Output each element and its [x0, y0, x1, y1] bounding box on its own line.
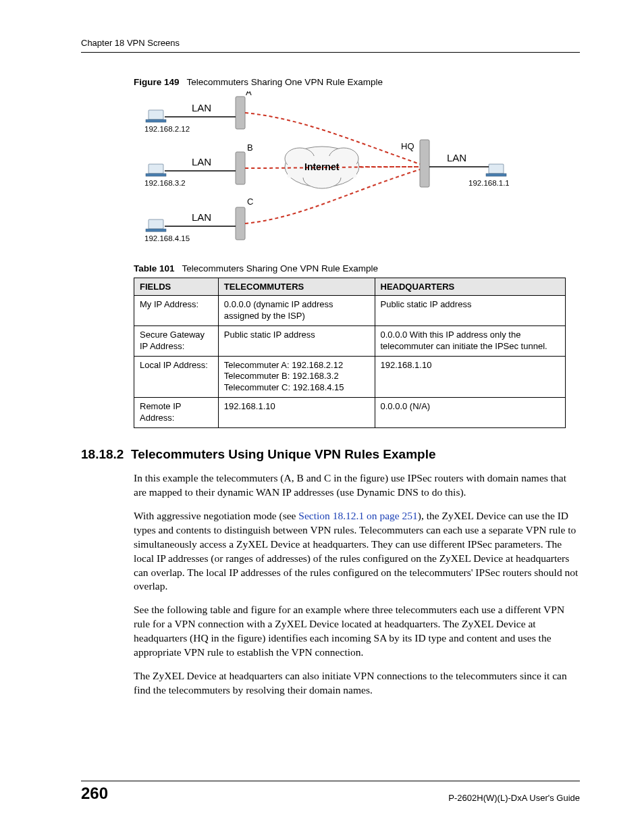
figure-number: Figure 149 [134, 77, 180, 87]
section-title: Telecommuters Using Unique VPN Rules Exa… [131, 447, 436, 461]
svg-rect-5 [146, 229, 166, 232]
svg-rect-2 [149, 164, 163, 174]
cell-field: Secure Gateway IP Address: [134, 325, 219, 356]
th-telecommuters: TELECOMMUTERS [218, 278, 375, 296]
svg-rect-4 [149, 219, 163, 229]
svg-text:192.168.3.2: 192.168.3.2 [144, 179, 186, 187]
svg-text:HQ: HQ [401, 141, 414, 151]
svg-rect-8 [236, 97, 245, 129]
page-number: 260 [81, 784, 108, 803]
network-diagram: LAN LAN LAN LAN A B C HQ Internet 192.16… [144, 91, 509, 250]
section-number: 18.18.2 [81, 447, 124, 461]
figure-caption: Figure 149 Telecommuters Sharing One VPN… [134, 77, 580, 87]
svg-rect-6 [489, 164, 504, 174]
svg-text:192.168.1.10: 192.168.1.10 [468, 179, 509, 187]
page-footer: 260 P-2602H(W)(L)-DxA User's Guide [81, 781, 580, 803]
svg-text:LAN: LAN [447, 152, 466, 163]
svg-text:LAN: LAN [192, 211, 211, 223]
svg-rect-9 [236, 152, 245, 184]
svg-text:A: A [246, 91, 252, 97]
table-row: Secure Gateway IP Address: Public static… [134, 325, 566, 356]
cell-field: Remote IP Address: [134, 398, 219, 428]
paragraph: In this example the telecommuters (A, B … [134, 471, 580, 500]
cross-reference-link[interactable]: Section 18.12.1 on page 251 [298, 510, 418, 521]
table-row: My IP Address: 0.0.0.0 (dynamic IP addre… [134, 296, 566, 326]
cell-hq: 192.168.1.10 [375, 356, 566, 398]
cell-tc: Public static IP address [218, 325, 375, 356]
header-rule [81, 52, 580, 53]
table-number: Table 101 [134, 263, 175, 273]
vpn-rule-table: FIELDS TELECOMMUTERS HEADQUARTERS My IP … [134, 278, 566, 428]
table-row: Local IP Address: Telecommuter A: 192.16… [134, 356, 566, 398]
cell-tc: 0.0.0.0 (dynamic IP address assigned by … [218, 296, 375, 326]
svg-text:192.168.4.15: 192.168.4.15 [144, 234, 190, 242]
th-fields: FIELDS [134, 278, 219, 296]
svg-rect-1 [146, 120, 166, 122]
paragraph: With aggressive negotiation mode (see Se… [134, 509, 580, 594]
cell-hq: Public static IP address [375, 296, 566, 326]
svg-text:C: C [247, 197, 253, 207]
svg-rect-0 [149, 110, 163, 120]
table-title: Telecommuters Sharing One VPN Rule Examp… [182, 263, 378, 273]
figure-title: Telecommuters Sharing One VPN Rule Examp… [187, 77, 383, 87]
paragraph: The ZyXEL Device at headquarters can als… [134, 669, 580, 698]
svg-rect-11 [420, 140, 429, 187]
footer-rule [81, 781, 580, 781]
svg-rect-3 [146, 174, 166, 176]
cell-hq: 0.0.0.0 (N/A) [375, 398, 566, 428]
cell-hq: 0.0.0.0 With this IP address only the te… [375, 325, 566, 356]
svg-text:LAN: LAN [192, 156, 211, 167]
th-headquarters: HEADQUARTERS [375, 278, 566, 296]
running-header: Chapter 18 VPN Screens [81, 38, 580, 48]
table-row: Remote IP Address: 192.168.1.10 0.0.0.0 … [134, 398, 566, 428]
cell-tc: 192.168.1.10 [218, 398, 375, 428]
para-text: ), the ZyXEL Device can use the ID types… [134, 510, 578, 592]
svg-text:192.168.2.12: 192.168.2.12 [144, 125, 190, 133]
cell-field: Local IP Address: [134, 356, 219, 398]
cell-tc: Telecommuter A: 192.168.2.12 Telecommute… [218, 356, 375, 398]
table-caption: Table 101 Telecommuters Sharing One VPN … [134, 263, 580, 273]
paragraph: See the following table and figure for a… [134, 603, 580, 660]
svg-text:B: B [247, 142, 253, 153]
section-heading: 18.18.2 Telecommuters Using Unique VPN R… [81, 447, 580, 462]
cell-field: My IP Address: [134, 296, 219, 326]
svg-text:Internet: Internet [304, 161, 340, 172]
svg-rect-7 [486, 174, 506, 176]
svg-rect-10 [236, 207, 245, 240]
svg-text:LAN: LAN [192, 102, 211, 113]
para-text: With aggressive negotiation mode (see [134, 510, 298, 521]
guide-name: P-2602H(W)(L)-DxA User's Guide [448, 793, 580, 803]
